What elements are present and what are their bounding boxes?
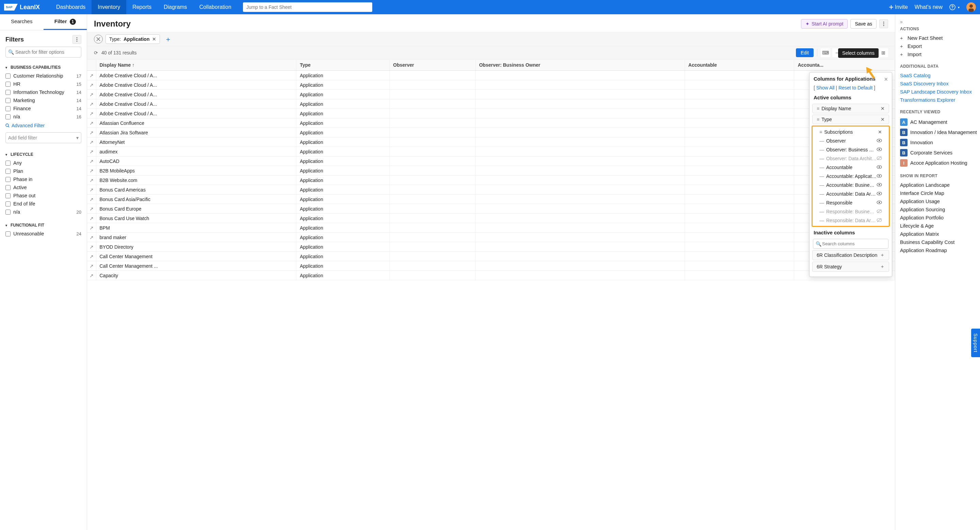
user-avatar[interactable] <box>966 2 976 12</box>
column-header[interactable]: Accountable <box>685 60 794 71</box>
table-row[interactable]: ↗BYOD DirectoryApplication <box>87 242 895 252</box>
action-item[interactable]: +Export <box>900 42 978 50</box>
column-header[interactable]: Observer <box>390 60 476 71</box>
whats-new-button[interactable]: What's new <box>915 4 943 10</box>
column-item[interactable]: —Observer: Business Owner <box>815 146 886 154</box>
column-item[interactable]: —Accountable: Business O... <box>815 181 886 189</box>
column-visibility-toggle[interactable] <box>877 165 882 170</box>
grid-view-icon[interactable]: ⊞ <box>878 48 888 57</box>
pill-remove-button[interactable]: ✕ <box>152 36 156 42</box>
column-item[interactable]: —Accountable: Application ... <box>815 172 886 180</box>
table-row[interactable]: ↗Bonus Card AmericasApplication <box>87 185 895 195</box>
show-all-link[interactable]: Show All <box>816 85 835 90</box>
drag-handle-icon[interactable]: — <box>819 173 824 179</box>
table-row[interactable]: ↗B2B Website.comApplication <box>87 176 895 185</box>
open-row-icon[interactable]: ↗ <box>89 206 94 212</box>
column-header[interactable]: Type <box>296 60 390 71</box>
filter-checkbox[interactable] <box>5 185 11 190</box>
collapse-right-panel[interactable]: » <box>900 19 978 24</box>
table-row[interactable]: ↗CapacityApplication <box>87 271 895 280</box>
nav-reports[interactable]: Reports <box>126 0 158 14</box>
action-item[interactable]: +Import <box>900 50 978 59</box>
column-visibility-toggle[interactable] <box>877 191 882 197</box>
open-row-icon[interactable]: ↗ <box>89 263 94 269</box>
table-row[interactable]: ↗Call Center ManagementApplication <box>87 252 895 261</box>
filter-option[interactable]: Unreasonable24 <box>5 230 81 238</box>
start-ai-prompt-button[interactable]: ✦Start AI prompt <box>801 19 848 29</box>
report-link[interactable]: Lifecycle & Age <box>900 222 978 230</box>
open-row-icon[interactable]: ↗ <box>89 178 94 183</box>
refresh-button[interactable]: ⟳ <box>94 50 98 56</box>
filter-checkbox[interactable] <box>5 177 11 182</box>
additional-data-link[interactable]: SAP Landscape Discovery Inbox <box>900 88 978 96</box>
filter-option[interactable]: Phase in <box>5 175 81 183</box>
inactive-column-item[interactable]: 6R Strategy＋ <box>812 262 889 272</box>
column-header[interactable]: Observer: Business Owner <box>476 60 685 71</box>
recent-item[interactable]: AAC Management <box>900 117 978 127</box>
filter-checkbox[interactable] <box>5 98 11 103</box>
filter-checkbox[interactable] <box>5 169 11 174</box>
section-functional-fit[interactable]: Functional Fit <box>5 221 81 230</box>
open-row-icon[interactable]: ↗ <box>89 273 94 278</box>
open-row-icon[interactable]: ↗ <box>89 111 94 116</box>
page-more-button[interactable] <box>879 19 888 28</box>
report-link[interactable]: Business Capability Cost <box>900 238 978 246</box>
column-visibility-toggle[interactable]: ✕ <box>878 129 882 135</box>
column-visibility-toggle[interactable] <box>877 200 882 205</box>
column-item[interactable]: ≡Subscriptions✕ <box>815 128 886 136</box>
filter-option[interactable]: Information Technology14 <box>5 88 81 96</box>
add-field-filter-select[interactable]: Add field filter▾ <box>5 132 81 143</box>
advanced-filter-link[interactable]: Advanced Filter <box>5 121 81 130</box>
drag-handle-icon[interactable]: — <box>819 218 824 223</box>
column-item[interactable]: —Responsible: Business O... <box>815 208 886 216</box>
add-column-button[interactable]: ＋ <box>880 252 885 258</box>
drag-handle-icon[interactable]: ≡ <box>817 106 819 111</box>
global-search[interactable] <box>243 2 372 12</box>
table-row[interactable]: ↗Adobe Creative Cloud / A...Application <box>87 71 895 80</box>
table-row[interactable]: ↗Adobe Creative Cloud / A...Application <box>87 99 895 109</box>
recent-item[interactable]: BCorporate Services <box>900 148 978 158</box>
filter-option[interactable]: Phase out <box>5 192 81 200</box>
table-row[interactable]: ↗Adobe Creative Cloud / A...Application <box>87 90 895 99</box>
filter-checkbox[interactable] <box>5 90 11 95</box>
filter-checkbox[interactable] <box>5 231 11 236</box>
table-row[interactable]: ↗brand makerApplication <box>87 233 895 242</box>
open-row-icon[interactable]: ↗ <box>89 187 94 192</box>
table-row[interactable]: ↗Atlassian Jira SoftwareApplication <box>87 128 895 137</box>
filter-checkbox[interactable] <box>5 160 11 166</box>
table-row[interactable]: ↗Adobe Creative Cloud / A...Application <box>87 109 895 118</box>
report-link[interactable]: Application Landscape <box>900 181 978 189</box>
open-row-icon[interactable]: ↗ <box>89 235 94 240</box>
drag-handle-icon[interactable]: — <box>819 200 824 205</box>
table-row[interactable]: ↗B2B MobileAppsApplication <box>87 166 895 176</box>
filter-checkbox[interactable] <box>5 82 11 87</box>
open-row-icon[interactable]: ↗ <box>89 130 94 135</box>
filter-option[interactable]: Active <box>5 183 81 192</box>
column-visibility-toggle[interactable] <box>877 182 882 188</box>
save-as-button[interactable]: Save as <box>850 19 877 29</box>
open-row-icon[interactable]: ↗ <box>89 254 94 259</box>
column-item[interactable]: —Observer: Data Architect <box>815 154 886 163</box>
column-header[interactable]: Accounta... <box>794 60 895 71</box>
column-header[interactable]: Display Name ↑ <box>96 60 296 71</box>
table-row[interactable]: ↗AttorneyNetApplication <box>87 137 895 147</box>
nav-diagrams[interactable]: Diagrams <box>158 0 193 14</box>
brand-logo[interactable]: SAP LeanIX <box>4 4 40 11</box>
report-link[interactable]: Application Roadmap <box>900 246 978 254</box>
column-visibility-toggle[interactable] <box>877 218 882 223</box>
reset-default-link[interactable]: Reset to Default <box>838 85 872 90</box>
remove-column-button[interactable]: ✕ <box>881 117 885 122</box>
drag-handle-icon[interactable]: ≡ <box>819 129 822 135</box>
report-link[interactable]: Application Usage <box>900 197 978 205</box>
open-row-icon[interactable]: ↗ <box>89 121 94 126</box>
column-visibility-toggle[interactable] <box>877 156 882 161</box>
filters-more-button[interactable] <box>73 35 81 44</box>
filter-option[interactable]: HR15 <box>5 80 81 88</box>
open-row-icon[interactable]: ↗ <box>89 149 94 154</box>
filter-option[interactable]: Plan <box>5 167 81 175</box>
column-item[interactable]: —Responsible <box>815 199 886 207</box>
drag-handle-icon[interactable]: — <box>819 209 824 214</box>
drag-handle-icon[interactable]: — <box>819 191 824 197</box>
tab-searches[interactable]: Searches <box>0 14 43 30</box>
table-row[interactable]: ↗Bonus Card Asia/PacificApplication <box>87 195 895 204</box>
